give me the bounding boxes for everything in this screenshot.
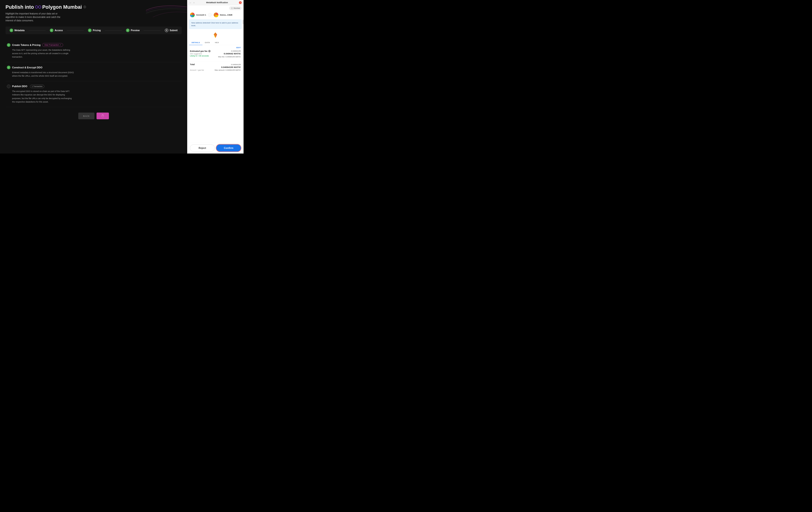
gas-likely: Likely in < 30 seconds [190,55,210,57]
action-publish-ddo-circle [7,85,10,88]
chain-name: Polygon Mumbai [42,4,82,10]
bg-decoration [146,0,187,21]
action-construct-ddo-title: Construct & Encrypt DDO [12,66,42,69]
step-submit-num: 5 [165,29,169,32]
metamask-logo [212,32,219,38]
metamask-network: ? Mumbai [187,5,243,11]
step-metadata[interactable]: ✓ Metadata [10,29,25,32]
edit-link-area: EDIT [190,47,241,49]
action-create-tokens-check: ✓ [7,43,10,47]
tab-hex[interactable]: HEX [212,40,222,45]
account-arrow-icon: → [208,13,212,17]
total-values: 0.04064155 0.04064155 MATIC [221,63,241,68]
action-publish-ddo: Publish DDO 1 Transaction The encrypted … [5,81,182,107]
total-section: Total 0.04064155 0.04064155 MATIC Amount… [190,63,241,73]
scrollbar-thumb [242,20,243,24]
info-icon[interactable]: i [84,6,86,8]
page-title: Publish into ⬡⬡ Polygon Mumbai i [5,4,182,10]
metamask-bottom-buttons: Reject Confirm [187,142,243,154]
step-preview-label: Preview [131,29,140,32]
action-create-tokens: ✓ Create Tokens & Pricing View Transacti… [5,40,182,62]
steps-bar: ✓ Metadata ✓ Access ✓ Pricing ✓ Preview … [5,27,182,34]
total-sublabel-right: Max amount: 0.04064155 MATIC [215,69,241,71]
metamask-scrollbar[interactable] [242,19,243,61]
restore-button[interactable]: □ [193,1,195,4]
bottom-actions: BACK [5,113,182,119]
minimize-button[interactable]: — [189,1,192,4]
gas-fee-small: 0.04064155 [218,50,241,52]
publish-ddo-badge: 1 Transaction [30,85,44,88]
metamask-titlebar: — □ MetaMask Notification ✕ [187,0,243,5]
metamask-details: EDIT Estimated gas fee i Site suggested … [187,45,243,142]
metamask-tabs: DETAILS DATA HEX [187,40,243,45]
confirm-button[interactable]: Confirm [216,144,241,152]
publish-panel: Publish into ⬡⬡ Polygon Mumbai i Highlig… [0,0,187,154]
network-label: Mumbai [234,7,240,9]
step-metadata-label: Metadata [14,29,25,32]
back-button[interactable]: BACK [78,113,94,119]
gas-fee-label: Estimated gas fee i [190,50,210,52]
loading-spinner [102,115,104,117]
total-row: Total 0.04064155 0.04064155 MATIC [190,63,241,68]
step-access[interactable]: ✓ Access [50,29,63,32]
tab-data[interactable]: DATA [202,40,212,45]
action-construct-ddo-check: ✓ [7,66,10,69]
gas-fee-info-icon[interactable]: i [208,50,210,52]
total-main: 0.04064155 MATIC [221,66,241,68]
step-access-label: Access [55,29,63,32]
action-list: ✓ Create Tokens & Pricing View Transacti… [5,40,182,107]
next-button[interactable] [96,113,109,119]
step-preview[interactable]: ✓ Preview [126,29,140,32]
reject-button[interactable]: Reject [190,144,215,152]
new-address-notice[interactable]: New address detected! Click here to add … [189,20,242,29]
svg-point-0 [8,86,9,87]
action-construct-ddo: ✓ Construct & Encrypt DDO Entered metada… [5,62,182,81]
network-badge[interactable]: ? Mumbai [229,6,242,10]
account-from-avatar [190,12,195,18]
metamask-panel: — □ MetaMask Notification ✕ ? Mumbai Acc… [187,0,243,154]
step-access-check: ✓ [50,29,53,32]
account-to-address: 0xeca...C82E [220,14,233,16]
action-construct-ddo-desc: Entered metadata is transformed into a s… [12,70,74,78]
gas-fee-row: Estimated gas fee i Site suggested Likel… [190,50,241,58]
edit-link[interactable]: EDIT [236,47,241,49]
gas-fee-main: 0.040642 MATIC [218,52,241,55]
step-submit[interactable]: 5 Submit [165,29,178,32]
page-subtitle: Highlight the important features of your… [5,12,67,23]
metamask-title: MetaMask Notification [196,1,238,4]
tab-details[interactable]: DETAILS [189,40,202,45]
gas-fee-section: Estimated gas fee i Site suggested Likel… [190,50,241,61]
close-button[interactable]: ✕ [239,1,242,4]
action-publish-ddo-title: Publish DDO [12,85,27,88]
step-submit-label: Submit [170,29,178,32]
action-create-tokens-title: Create Tokens & Pricing [12,44,40,47]
metamask-accounts: Account 1 → 0xeca...C82E [187,11,243,19]
total-sublabel-left: Amount + gas fee [190,69,204,71]
gas-site-suggested: Site suggested [190,53,210,55]
network-question-icon: ? [231,7,233,9]
account-from-name: Account 1 [196,14,206,16]
step-pricing[interactable]: ✓ Pricing [88,29,101,32]
polygon-icon: ⬡⬡ [35,5,41,9]
gas-fee-values: 0.04064155 0.040642 MATIC Max fee: 0.040… [218,50,241,58]
action-create-tokens-desc: The Data NFT representing your asset, th… [12,48,74,59]
action-publish-ddo-desc: The encrypted DDO is stored on-chain as … [12,89,74,104]
metamask-logo-area [187,30,243,40]
title-prefix: Publish into [5,4,34,10]
gas-max-fee: Max fee: 0.04064155 MATIC [218,56,241,58]
step-metadata-check: ✓ [10,29,13,32]
view-transaction-button[interactable]: View Transaction ↗ [42,43,63,47]
step-pricing-label: Pricing [93,29,101,32]
step-pricing-check: ✓ [88,29,92,32]
account-to-avatar [214,12,219,18]
total-sublabels: Amount + gas fee Max amount: 0.04064155 … [190,69,241,71]
step-preview-check: ✓ [126,29,129,32]
total-label: Total [190,63,195,66]
total-small: 0.04064155 [221,63,241,65]
